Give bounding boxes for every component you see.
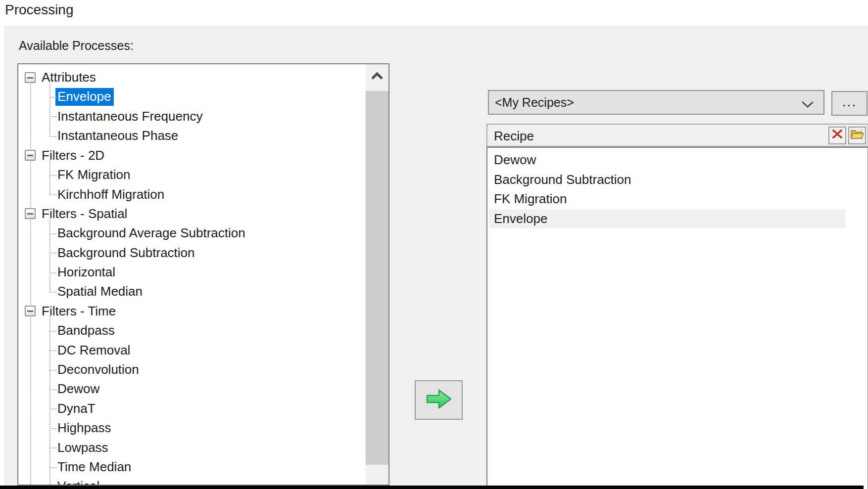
tree-connector [49, 97, 56, 98]
tree-item-spatial-median[interactable]: Spatial Median [18, 282, 366, 301]
tree-item-label: Kirchhoff Migration [57, 187, 164, 202]
tree-connector [49, 389, 56, 390]
browse-recipes-button[interactable]: ... [831, 91, 868, 116]
process-tree: AttributesEnvelopeInstantaneous Frequenc… [18, 68, 366, 485]
tree-item-lowpass[interactable]: Lowpass [18, 438, 366, 457]
tree-item-label: Horizontal [57, 265, 115, 280]
tree-item-dc-removal[interactable]: DC Removal [18, 340, 366, 359]
tree-item-dynat[interactable]: DynaT [18, 399, 366, 418]
tree-item-label: Filters - 2D [42, 148, 104, 163]
tree-item-attributes[interactable]: Attributes [18, 68, 366, 87]
recipe-list-header: Recipe [486, 124, 868, 147]
tree-item-label: Filters - Spatial [42, 206, 127, 222]
tree-connector [49, 350, 56, 351]
red-x-icon [831, 128, 843, 143]
tree-item-label: FK Migration [57, 167, 130, 182]
tree-item-time-median[interactable]: Time Median [18, 457, 366, 477]
recipe-name: Background Subtraction [494, 172, 631, 187]
tree-connector [49, 447, 56, 448]
tree-connector [49, 292, 56, 293]
tree-item-label: Lowpass [57, 440, 108, 455]
tree-scrollbar[interactable] [366, 64, 388, 485]
tree-connector [49, 136, 56, 137]
tree-item-label: Highpass [57, 420, 111, 436]
tree-item-dewow[interactable]: Dewow [18, 379, 366, 399]
minus-box-icon[interactable] [25, 208, 36, 219]
folder-icon [850, 128, 864, 143]
tree-item-kirchhoff-migration[interactable]: Kirchhoff Migration [18, 184, 366, 204]
minus-box-icon[interactable] [25, 72, 36, 83]
available-processes-label: Available Processes: [19, 39, 134, 53]
tree-item-label: Instantaneous Phase [57, 128, 178, 143]
new-recipe-folder-button[interactable] [848, 127, 866, 144]
tree-connector [49, 253, 56, 254]
tree-item-label: Vertical [57, 479, 99, 485]
tree-item-envelope[interactable]: Envelope [18, 87, 366, 106]
page-title: Processing [5, 2, 74, 18]
tree-item-highpass[interactable]: Highpass [18, 418, 366, 438]
minus-box-icon[interactable] [25, 306, 36, 316]
tree-item-label: Filters - Time [42, 304, 116, 319]
add-process-button[interactable] [415, 380, 463, 420]
tree-item-vertical[interactable]: Vertical [18, 477, 366, 485]
recipe-name: Envelope [494, 211, 547, 226]
tree-item-label: Spatial Median [57, 284, 143, 299]
tree-item-bandpass[interactable]: Bandpass [18, 321, 366, 340]
scroll-up-button[interactable] [366, 64, 388, 90]
tree-item-filters-spatial[interactable]: Filters - Spatial [18, 204, 366, 223]
tree-item-background-average-subtraction[interactable]: Background Average Subtraction [18, 223, 366, 243]
recipe-set-value: <My Recipes> [495, 95, 574, 110]
green-arrow-right-icon [424, 387, 454, 413]
tree-connector [49, 194, 56, 195]
recipe-list: DewowBackground SubtractionFK MigrationE… [486, 147, 868, 489]
tree-item-label: Deconvolution [57, 362, 139, 377]
tree-item-label: Dewow [57, 381, 99, 397]
minus-box-icon[interactable] [25, 150, 36, 161]
tree-item-label: Attributes [42, 70, 96, 85]
chevron-up-icon [371, 72, 384, 82]
available-processes-tree: AttributesEnvelopeInstantaneous Frequenc… [17, 63, 389, 486]
chevron-down-icon [801, 97, 815, 112]
tree-item-instantaneous-phase[interactable]: Instantaneous Phase [18, 126, 366, 145]
tree-item-label: Time Median [57, 459, 131, 475]
delete-recipe-button[interactable] [828, 127, 846, 144]
tree-connector [49, 233, 56, 234]
tree-connector [49, 331, 56, 332]
tree-connector [49, 370, 56, 371]
tree-item-horizontal[interactable]: Horizontal [18, 263, 366, 282]
recipe-name: Dewow [494, 152, 536, 168]
tree-item-label: DynaT [57, 401, 96, 416]
tree-connector [49, 116, 56, 117]
tree-connector [49, 428, 56, 429]
recipe-row-fk-migration[interactable]: FK Migration [487, 189, 868, 209]
tree-item-label: Bandpass [57, 323, 115, 338]
tree-item-deconvolution[interactable]: Deconvolution [18, 360, 366, 379]
tree-connector [49, 272, 56, 273]
recipe-row-dewow[interactable]: Dewow [487, 150, 868, 170]
processing-panel: Available Processes: AttributesEnvelopeI… [4, 26, 868, 486]
tree-item-background-subtraction[interactable]: Background Subtraction [18, 243, 366, 263]
tree-item-label: Background Subtraction [57, 245, 195, 261]
tree-item-label: Background Average Subtraction [57, 225, 245, 241]
tree-connector [49, 467, 56, 468]
recipe-column-header: Recipe [494, 129, 534, 144]
tree-item-label: Instantaneous Frequency [57, 109, 202, 124]
tree-item-filters-2d[interactable]: Filters - 2D [18, 146, 366, 165]
recipe-row-envelope[interactable]: Envelope [489, 209, 845, 229]
tree-connector [49, 175, 56, 176]
tree-item-instantaneous-frequency[interactable]: Instantaneous Frequency [18, 107, 366, 126]
tree-item-label-selected: Envelope [55, 88, 114, 106]
tree-item-filters-time[interactable]: Filters - Time [18, 302, 366, 321]
tree-item-fk-migration[interactable]: FK Migration [18, 165, 366, 184]
tree-connector [49, 408, 56, 409]
recipe-name: FK Migration [494, 191, 567, 207]
recipe-set-dropdown[interactable]: <My Recipes> [488, 90, 824, 115]
recipe-row-background-subtraction[interactable]: Background Subtraction [487, 170, 868, 190]
tree-item-label: DC Removal [57, 343, 130, 358]
scrollbar-thumb[interactable] [366, 91, 388, 465]
bottom-edge-bar [0, 486, 864, 489]
